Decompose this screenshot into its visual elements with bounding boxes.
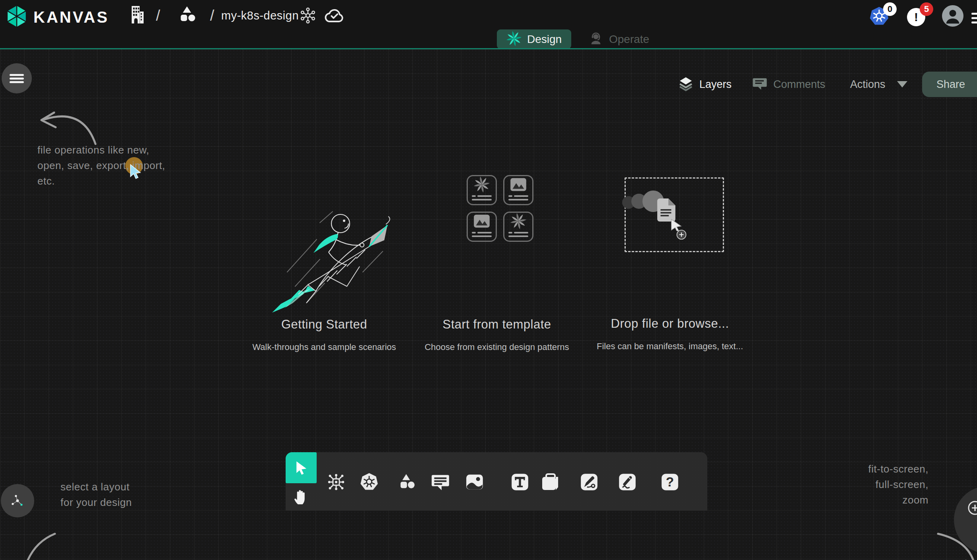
- kubernetes-tool[interactable]: [359, 472, 380, 492]
- kubernetes-context-button[interactable]: 0: [868, 6, 890, 29]
- design-name[interactable]: my-k8s-design: [221, 9, 299, 22]
- share-label: Share: [936, 78, 965, 91]
- edge-menu-icon[interactable]: [971, 13, 977, 23]
- drop-file-subtitle: Files can be manifests, images, text...: [559, 341, 781, 352]
- component-tool[interactable]: [326, 472, 346, 492]
- actions-button[interactable]: Actions: [850, 72, 886, 97]
- drop-plus-icon: [676, 229, 687, 240]
- kubernetes-helm-icon: [359, 472, 380, 492]
- chevron-down-icon: [897, 81, 907, 88]
- sticky-note-icon: [540, 472, 561, 492]
- share-button[interactable]: Share: [922, 72, 977, 97]
- annotation-file-operations: file operations like new, open, save, ex…: [37, 142, 165, 189]
- layers-icon: [678, 76, 694, 93]
- meshery-swirl-icon: [506, 31, 522, 48]
- pencil-sketch-icon: [617, 472, 637, 492]
- app-logo[interactable]: KANVAS: [6, 4, 109, 30]
- help-tool[interactable]: ?: [660, 472, 680, 492]
- breadcrumb-organization[interactable]: [127, 0, 146, 31]
- text-tool[interactable]: [510, 472, 530, 492]
- operator-headset-icon: [588, 31, 603, 48]
- kanvas-app: KANVAS /: [0, 0, 977, 560]
- template-swirl-card-icon: [467, 175, 497, 205]
- image-icon: [465, 472, 485, 492]
- tab-operate-label: Operate: [609, 33, 649, 46]
- layers-label: Layers: [699, 78, 732, 91]
- note-tool[interactable]: [540, 472, 561, 492]
- actions-dropdown-button[interactable]: [897, 72, 907, 97]
- kubernetes-context-count: 0: [883, 2, 897, 16]
- comments-label: Comments: [773, 78, 825, 91]
- workspace-shapes-icon: [177, 5, 197, 26]
- sketch-tool[interactable]: [617, 472, 638, 492]
- comments-button[interactable]: Comments: [752, 72, 825, 97]
- organization-building-icon: [127, 4, 146, 27]
- notifications-count: 5: [920, 2, 933, 16]
- pen-tool[interactable]: [579, 472, 599, 492]
- comment-bubble-icon: [430, 472, 450, 492]
- shapes-tool[interactable]: [397, 472, 417, 492]
- image-tool[interactable]: [464, 472, 485, 492]
- relationships-hub-icon[interactable]: [299, 0, 317, 31]
- svg-text:?: ?: [666, 474, 674, 489]
- component-chip-icon: [327, 472, 346, 492]
- rocket-illustration-icon: [269, 208, 403, 315]
- user-avatar[interactable]: [942, 5, 963, 27]
- drop-file-zone[interactable]: [625, 177, 724, 252]
- kanvas-hexagon-logo-icon: [6, 4, 28, 30]
- drop-file-title[interactable]: Drop file or browse...: [566, 317, 773, 331]
- tool-dock: ?: [286, 452, 707, 511]
- shapes-icon: [397, 473, 417, 491]
- layout-graph-icon: [10, 493, 25, 509]
- template-swirl-card-icon: [503, 212, 533, 242]
- breadcrumb-separator: /: [210, 7, 214, 24]
- hand-icon: [292, 486, 310, 506]
- logo-wordmark: KANVAS: [33, 8, 109, 26]
- top-bar: KANVAS /: [0, 0, 977, 49]
- tab-design-label: Design: [527, 33, 562, 46]
- select-tool[interactable]: [286, 452, 317, 483]
- comments-icon: [752, 76, 768, 93]
- template-image-card-icon: [503, 175, 533, 205]
- cloud-save-check-icon[interactable]: [323, 0, 345, 31]
- tab-operate[interactable]: Operate: [579, 29, 659, 49]
- pen-bezier-icon: [579, 472, 599, 492]
- breadcrumb-separator: /: [156, 7, 160, 24]
- breadcrumb-workspace[interactable]: [177, 0, 197, 31]
- tab-design[interactable]: Design: [497, 29, 571, 49]
- notifications-button[interactable]: ! 5: [907, 8, 925, 26]
- comment-tool[interactable]: [430, 472, 451, 492]
- accent-divider: [0, 48, 977, 49]
- actions-label: Actions: [850, 78, 886, 91]
- start-from-template-card[interactable]: [467, 175, 533, 242]
- text-icon: [510, 472, 530, 492]
- pan-hand-tool[interactable]: [291, 484, 311, 508]
- getting-started-card[interactable]: [269, 208, 403, 317]
- template-image-card-icon: [467, 212, 497, 242]
- cursor-arrow-icon: [294, 460, 308, 475]
- annotation-zoom-controls: fit-to-screen, full-screen, zoom: [809, 461, 928, 508]
- layout-selector-button[interactable]: [1, 484, 34, 517]
- zoom-in-icon: [967, 500, 977, 515]
- file-menu-button[interactable]: [2, 63, 32, 93]
- layers-button[interactable]: Layers: [678, 72, 732, 97]
- help-icon: ?: [660, 472, 680, 492]
- annotation-select-layout: select a layout for your design: [60, 479, 132, 510]
